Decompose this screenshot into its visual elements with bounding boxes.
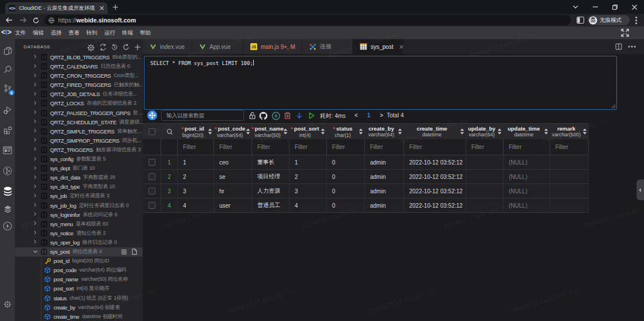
tree-item-QRTZ_FIRED_TRIGGERS[interactable]: QRTZ_FIRED_TRIGGERS已触发的触...: [15, 81, 143, 90]
cell-update_time[interactable]: (NULL): [504, 184, 550, 198]
filter-cell[interactable]: [161, 139, 178, 155]
cell-status[interactable]: 0: [327, 184, 365, 198]
row-select-cell[interactable]: [143, 198, 161, 213]
github-icon[interactable]: [258, 110, 269, 121]
tree-item-QRTZ_CALENDARS[interactable]: QRTZ_CALENDARS日历信息表 0: [15, 62, 143, 71]
add-circle-icon[interactable]: [270, 110, 281, 121]
database-icon[interactable]: [0, 184, 15, 198]
page-prev-icon[interactable]: <: [355, 112, 358, 119]
table-row-2[interactable]: 22se项目经理20admin2022-10-12 03:52:12(NULL): [143, 170, 589, 184]
tree-item-QRTZ_BLOB_TRIGGERS[interactable]: QRTZ_BLOB_TRIGGERSBlob类型的...: [15, 52, 143, 62]
cell-post_id[interactable]: 4: [178, 198, 214, 213]
git-graph-icon[interactable]: [0, 163, 15, 178]
extensions-icon[interactable]: [0, 123, 15, 137]
cell-post_sort[interactable]: 2: [289, 170, 327, 184]
sidebar-sync-icon[interactable]: [100, 44, 106, 52]
filter-cell[interactable]: [143, 139, 161, 155]
tree-item-QRTZ_JOB_DETAILS[interactable]: QRTZ_JOB_DETAILS任务详细信息...: [15, 90, 143, 99]
sort-arrows-icon[interactable]: [497, 128, 502, 135]
column-header-post_name[interactable]: *post_namevarchar(50): [252, 124, 289, 140]
search-icon[interactable]: [0, 62, 15, 77]
checkbox-icon[interactable]: [148, 128, 155, 135]
tree-item-sys_job_log[interactable]: sys_job_log定时任务调度日志表 0: [15, 201, 143, 210]
chevron-right-icon[interactable]: [33, 82, 39, 88]
column-header-status[interactable]: *statuschar(1): [327, 124, 365, 140]
new-tab-button[interactable]: [109, 1, 121, 13]
fullscreen-icon[interactable]: [621, 29, 630, 37]
cell-post_code[interactable]: ceo: [214, 155, 252, 170]
column-header-update_time[interactable]: update_timedatetime: [504, 124, 550, 140]
cell-post_id[interactable]: 1: [178, 155, 214, 170]
tree-item-status[interactable]: statuschar(1) 状态 (0正常 1停用): [15, 293, 143, 303]
browser-menu-dots-icon[interactable]: [630, 14, 642, 26]
cell-create_time[interactable]: 2022-10-12 03:52:12: [404, 198, 466, 213]
cell-create_by[interactable]: admin: [365, 198, 404, 213]
tree-item-QRTZ_LOCKS[interactable]: QRTZ_LOCKS存储的悲观锁信息表 2: [15, 99, 143, 108]
chevron-right-icon[interactable]: [33, 166, 39, 171]
editor-tab-index.vue[interactable]: index.vue: [143, 39, 192, 54]
cell-post_name[interactable]: 普通员工: [252, 198, 289, 213]
tree-item-QRTZ_TRIGGERS[interactable]: QRTZ_TRIGGERS触发器详细信息表 3: [15, 145, 143, 154]
editor-tab-main.js[interactable]: JSmain.js 9+, M: [243, 39, 302, 54]
tree-item-post_sort[interactable]: post_sortint(4) 显示顺序: [15, 284, 143, 293]
search-data-input[interactable]: [161, 110, 244, 121]
run-debug-icon[interactable]: [0, 102, 15, 117]
checkbox-icon[interactable]: [148, 188, 155, 194]
panel-collapse-handle[interactable]: ‹: [637, 179, 644, 200]
sort-arrows-icon[interactable]: [398, 128, 402, 135]
cell-post_code[interactable]: user: [214, 198, 252, 213]
sidebar-history-icon[interactable]: [111, 44, 118, 52]
filter-input-update_by[interactable]: Filter: [466, 139, 504, 155]
cell-post_sort[interactable]: 1: [289, 155, 327, 170]
cell-update_by[interactable]: [466, 170, 504, 184]
cell-status[interactable]: 0: [327, 198, 365, 213]
filter-input-post_sort[interactable]: Filter: [289, 139, 327, 155]
row-select-cell[interactable]: [143, 170, 161, 184]
cell-create_time[interactable]: 2022-10-12 03:52:12: [404, 170, 466, 184]
chevron-right-icon[interactable]: [33, 91, 39, 97]
cell-create_time[interactable]: 2022-10-12 03:52:12: [404, 184, 466, 198]
header-select-all[interactable]: [143, 124, 161, 140]
editor-tab-sys_post[interactable]: sys_post: [353, 39, 403, 54]
back-icon[interactable]: [3, 14, 16, 26]
chevron-right-icon[interactable]: [33, 202, 39, 208]
cell-remark[interactable]: [550, 198, 589, 213]
filter-input-status[interactable]: Filter: [327, 139, 365, 155]
sort-arrows-icon[interactable]: [208, 128, 212, 135]
download-arrow-icon[interactable]: [294, 110, 305, 121]
cell-create_by[interactable]: admin: [365, 184, 404, 198]
more-actions-icon[interactable]: [628, 45, 636, 48]
chevron-right-icon[interactable]: [33, 137, 39, 143]
window-close-icon[interactable]: [624, 0, 644, 14]
cell-post_name[interactable]: 项目经理: [252, 170, 289, 184]
chevron-right-icon[interactable]: [33, 110, 39, 116]
tree-item-sys_notice[interactable]: sys_notice通知公告表 2: [15, 228, 143, 238]
cell-post_code[interactable]: se: [214, 170, 252, 184]
tree-item-QRTZ_SCHEDULER_STATE[interactable]: QRTZ_SCHEDULER_STATE调度器状...: [15, 117, 143, 127]
sort-arrows-icon[interactable]: [283, 128, 288, 135]
cell-update_by[interactable]: [466, 184, 504, 198]
address-bar[interactable]: https://webide.sinosoft.com: [44, 15, 571, 25]
unlock-icon[interactable]: [247, 110, 258, 121]
menu-item-7[interactable]: 终端: [119, 26, 136, 39]
menu-item-2[interactable]: 编辑: [29, 26, 47, 39]
browser-tab[interactable]: <t> CloudIDE - 云原生集成开发环境: [5, 2, 108, 14]
filter-input-remark[interactable]: Filter: [550, 139, 589, 155]
new-file-icon[interactable]: [131, 249, 138, 255]
web-preview-icon[interactable]: [0, 143, 15, 158]
layers-icon[interactable]: [0, 201, 15, 216]
cell-remark[interactable]: [550, 170, 589, 184]
sidebar-settings-gear-icon[interactable]: [87, 44, 95, 52]
filter-input-post_id[interactable]: Filter: [178, 139, 214, 155]
filter-input-update_time[interactable]: Filter: [504, 139, 550, 155]
tree-item-QRTZ_CRON_TRIGGERS[interactable]: QRTZ_CRON_TRIGGERSCron类型...: [15, 71, 143, 81]
tree-item-sys_menu[interactable]: sys_menu菜单权限表 83: [15, 219, 143, 228]
page-number[interactable]: 1: [367, 112, 371, 119]
cell-update_time[interactable]: (NULL): [504, 170, 550, 184]
checkbox-icon[interactable]: [148, 159, 155, 166]
table-row-1[interactable]: 11ceo董事长10admin2022-10-12 03:52:12(NULL): [143, 155, 589, 170]
sort-arrows-icon[interactable]: [359, 128, 363, 135]
tree-item-post_name[interactable]: post_namevarchar(50) 岗位名称: [15, 275, 143, 284]
chevron-right-icon[interactable]: [33, 64, 39, 70]
sidebar-add-icon[interactable]: [134, 44, 141, 52]
